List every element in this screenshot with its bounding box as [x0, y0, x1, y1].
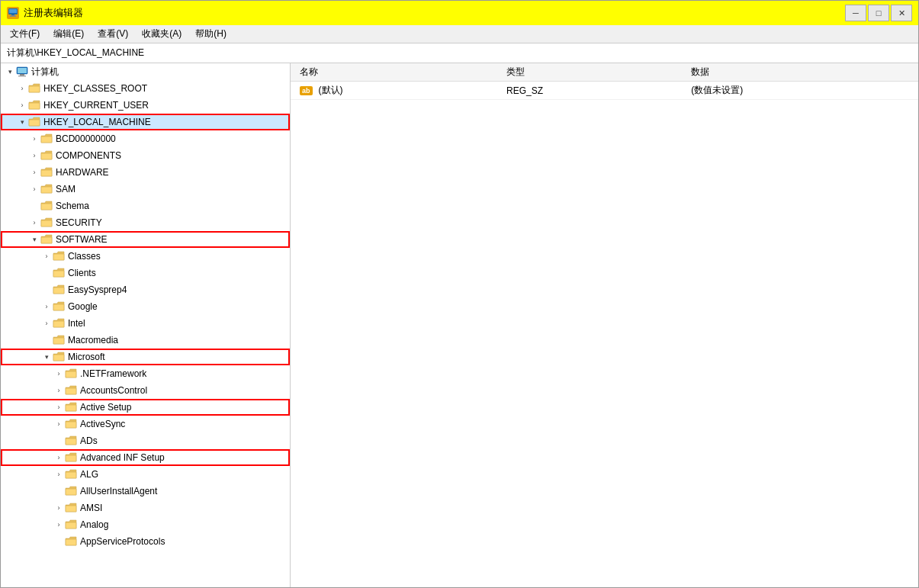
- folder-icon-netframework: [65, 368, 77, 379]
- tree-label-ads: ADs: [80, 435, 98, 446]
- tree-item-software[interactable]: ▾ SOFTWARE: [1, 231, 290, 248]
- expand-icon-bcd[interactable]: ›: [28, 133, 40, 145]
- tree-item-bcd[interactable]: › BCD00000000: [1, 130, 290, 147]
- expand-icon-components[interactable]: ›: [28, 149, 40, 162]
- folder-icon-sam: [40, 184, 53, 194]
- expand-icon-activesync[interactable]: ›: [53, 418, 65, 430]
- menu-help[interactable]: 帮助(H): [189, 25, 233, 43]
- expand-icon-hardware[interactable]: ›: [28, 166, 40, 178]
- tree-label-clients: Clients: [68, 268, 96, 278]
- tree-item-google[interactable]: › Google: [1, 298, 290, 315]
- details-panel: 名称 类型 数据 ab (默认) REG_SZ: [291, 63, 918, 587]
- expand-icon-activesetup[interactable]: ›: [53, 401, 65, 413]
- svg-rect-24: [53, 355, 64, 361]
- window-controls: ─ □ ✕: [845, 5, 912, 21]
- expand-icon-security[interactable]: ›: [28, 217, 40, 229]
- folder-icon-hklm: [28, 117, 40, 127]
- folder-icon-hkcu: [28, 100, 40, 111]
- expand-icon-netframework[interactable]: ›: [53, 368, 65, 380]
- minimize-button[interactable]: ─: [845, 5, 866, 21]
- tree-label-activesetup: Active Setup: [80, 402, 131, 413]
- tree-item-activesync[interactable]: › ActiveSync: [1, 416, 290, 432]
- menu-file[interactable]: 文件(F): [4, 25, 46, 43]
- tree-item-macromedia[interactable]: › Macromedia: [1, 332, 290, 349]
- main-content: ▾ 计算机 › HKEY_CLASSES_ROOT: [1, 63, 918, 587]
- expand-icon-sam[interactable]: ›: [28, 183, 40, 195]
- expand-icon-computer[interactable]: ▾: [4, 66, 16, 78]
- folder-icon-accountscontrol: [65, 385, 77, 396]
- expand-icon-classes[interactable]: ›: [40, 250, 53, 262]
- tree-item-ads[interactable]: › ADs: [1, 432, 290, 449]
- tree-item-hardware[interactable]: › HARDWARE: [1, 164, 290, 181]
- tree-item-allusersinstallagent[interactable]: › AllUserInstallAgent: [1, 483, 290, 500]
- folder-icon-components: [40, 150, 53, 161]
- tree-panel[interactable]: ▾ 计算机 › HKEY_CLASSES_ROOT: [1, 63, 291, 587]
- tree-item-microsoft[interactable]: ▾ Microsoft: [1, 349, 290, 365]
- tree-item-computer[interactable]: ▾ 计算机: [1, 63, 290, 80]
- expand-icon-analog[interactable]: ›: [53, 519, 65, 531]
- tree-item-amsi[interactable]: › AMSI: [1, 500, 290, 516]
- tree-item-hkcr[interactable]: › HKEY_CLASSES_ROOT: [1, 80, 290, 97]
- folder-icon-alg: [65, 469, 77, 480]
- expand-icon-google[interactable]: ›: [40, 300, 53, 313]
- svg-rect-30: [66, 455, 76, 461]
- tree-item-easysysprep4[interactable]: › EasySysprep4: [1, 281, 290, 298]
- tree-label-hklm: HKEY_LOCAL_MACHINE: [43, 117, 151, 127]
- svg-rect-18: [53, 254, 64, 260]
- menu-favorites[interactable]: 收藏夹(A): [136, 25, 188, 43]
- col-data[interactable]: 数据: [682, 63, 918, 82]
- tree-item-components[interactable]: › COMPONENTS: [1, 147, 290, 164]
- tree-item-advancedinfsetup[interactable]: › Advanced INF Setup: [1, 449, 290, 466]
- expand-icon-microsoft[interactable]: ▾: [40, 351, 53, 363]
- menu-view[interactable]: 查看(V): [92, 25, 134, 43]
- tree-item-security[interactable]: › SECURITY: [1, 214, 290, 231]
- expand-icon-intel[interactable]: ›: [40, 317, 53, 329]
- folder-icon-allusersinstallagent: [65, 486, 77, 496]
- tree-item-intel[interactable]: › Intel: [1, 315, 290, 332]
- tree-item-alg[interactable]: › ALG: [1, 466, 290, 483]
- tree-item-hkcu[interactable]: › HKEY_CURRENT_USER: [1, 97, 290, 114]
- address-path: 计算机\HKEY_LOCAL_MACHINE: [7, 47, 144, 59]
- menu-edit[interactable]: 编辑(E): [47, 25, 90, 43]
- expand-icon-hklm[interactable]: ▾: [16, 116, 28, 128]
- expand-icon-hkcr[interactable]: ›: [16, 82, 28, 95]
- tree-item-sam[interactable]: › SAM: [1, 181, 290, 198]
- tree-item-hklm[interactable]: ▾ HKEY_LOCAL_MACHINE: [1, 114, 290, 130]
- tree-label-macromedia: Macromedia: [68, 335, 118, 345]
- tree-item-clients[interactable]: › Clients: [1, 265, 290, 281]
- tree-item-schema[interactable]: › Schema: [1, 198, 290, 214]
- window-title: 注册表编辑器: [24, 6, 840, 20]
- col-name[interactable]: 名称: [291, 63, 497, 82]
- expand-icon-alg[interactable]: ›: [53, 468, 65, 480]
- maximize-button[interactable]: □: [868, 5, 889, 21]
- tree-item-analog[interactable]: › Analog: [1, 516, 290, 533]
- tree-item-appserviceprotocols[interactable]: › AppServiceProtocols: [1, 533, 290, 550]
- svg-rect-11: [41, 137, 52, 143]
- tree-label-easysysprep4: EasySysprep4: [68, 284, 127, 295]
- expand-icon-accountscontrol[interactable]: ›: [53, 384, 65, 397]
- svg-rect-33: [66, 506, 76, 512]
- svg-rect-6: [20, 74, 24, 76]
- computer-icon: [16, 66, 28, 77]
- expand-icon-advancedinfsetup[interactable]: ›: [53, 451, 65, 464]
- folder-icon-macromedia: [53, 335, 65, 345]
- tree-label-amsi: AMSI: [80, 503, 102, 513]
- tree-item-classes[interactable]: › Classes: [1, 248, 290, 265]
- tree-item-activesetup[interactable]: › Active Setup: [1, 399, 290, 416]
- expand-icon-amsi[interactable]: ›: [53, 502, 65, 514]
- close-button[interactable]: ✕: [891, 5, 912, 21]
- table-row[interactable]: ab (默认) REG_SZ (数值未设置): [291, 82, 918, 100]
- tree-item-netframework[interactable]: › .NETFramework: [1, 365, 290, 382]
- tree-item-accountscontrol[interactable]: › AccountsControl: [1, 382, 290, 399]
- expand-icon-software[interactable]: ▾: [28, 233, 40, 246]
- svg-rect-23: [53, 338, 64, 344]
- col-type[interactable]: 类型: [497, 63, 682, 82]
- expand-icon-hkcu[interactable]: ›: [16, 99, 28, 111]
- tree-label-bcd: BCD00000000: [56, 133, 116, 144]
- tree-label-accountscontrol: AccountsControl: [80, 385, 147, 396]
- folder-icon-schema: [40, 201, 53, 211]
- svg-rect-17: [41, 237, 52, 243]
- address-bar: 计算机\HKEY_LOCAL_MACHINE: [1, 43, 918, 63]
- svg-rect-20: [53, 288, 64, 294]
- value-icon: ab (默认): [300, 84, 343, 97]
